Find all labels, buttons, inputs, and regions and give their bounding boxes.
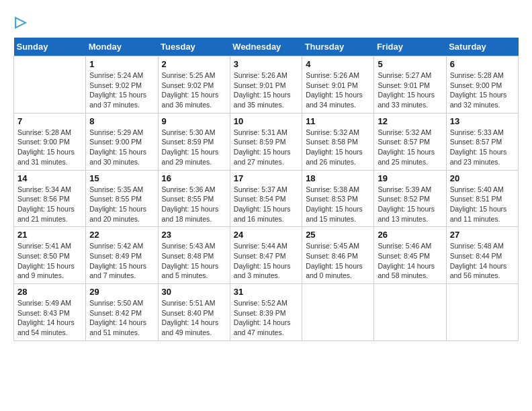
day-info: Sunrise: 5:40 AM Sunset: 8:51 PM Dayligh… [450,185,515,224]
day-number: 10 [234,116,298,126]
day-info: Sunrise: 5:32 AM Sunset: 8:57 PM Dayligh… [378,128,442,167]
calendar-table: SundayMondayTuesdayWednesdayThursdayFrid… [13,38,519,341]
calendar-cell [14,56,86,113]
day-info: Sunrise: 5:28 AM Sunset: 9:00 PM Dayligh… [450,71,515,110]
calendar-cell: 31Sunrise: 5:52 AM Sunset: 8:39 PM Dayli… [230,284,302,341]
weekday-header: Thursday [302,38,374,56]
day-info: Sunrise: 5:39 AM Sunset: 8:52 PM Dayligh… [378,185,442,224]
calendar-cell: 30Sunrise: 5:51 AM Sunset: 8:40 PM Dayli… [158,284,230,341]
calendar-week-row: 1Sunrise: 5:24 AM Sunset: 9:02 PM Daylig… [14,56,519,113]
day-number: 5 [378,59,442,69]
calendar-cell: 12Sunrise: 5:32 AM Sunset: 8:57 PM Dayli… [374,113,446,170]
calendar-cell: 26Sunrise: 5:46 AM Sunset: 8:45 PM Dayli… [374,227,446,284]
calendar-cell [446,284,518,341]
logo: ▷ [13,13,26,31]
day-number: 19 [378,173,442,183]
day-number: 24 [234,230,298,240]
header-row: SundayMondayTuesdayWednesdayThursdayFrid… [14,38,519,56]
logo-bird-icon: ▷ [15,13,26,31]
day-info: Sunrise: 5:35 AM Sunset: 8:55 PM Dayligh… [89,185,154,224]
day-info: Sunrise: 5:24 AM Sunset: 9:02 PM Dayligh… [89,71,154,110]
day-info: Sunrise: 5:26 AM Sunset: 9:01 PM Dayligh… [234,71,298,110]
day-info: Sunrise: 5:41 AM Sunset: 8:50 PM Dayligh… [17,241,82,281]
calendar-cell: 25Sunrise: 5:45 AM Sunset: 8:46 PM Dayli… [302,227,374,284]
day-number: 22 [89,230,154,240]
weekday-header: Tuesday [158,38,230,56]
day-number: 17 [234,173,298,183]
day-info: Sunrise: 5:38 AM Sunset: 8:53 PM Dayligh… [306,185,370,224]
weekday-header: Wednesday [230,38,302,56]
calendar-cell: 24Sunrise: 5:44 AM Sunset: 8:47 PM Dayli… [230,227,302,284]
calendar-cell [302,284,374,341]
day-number: 21 [17,230,82,240]
day-info: Sunrise: 5:31 AM Sunset: 8:59 PM Dayligh… [234,128,298,167]
calendar-cell [374,284,446,341]
calendar-cell: 14Sunrise: 5:34 AM Sunset: 8:56 PM Dayli… [14,170,86,227]
day-info: Sunrise: 5:48 AM Sunset: 8:44 PM Dayligh… [450,241,515,281]
weekday-header: Saturday [446,38,518,56]
calendar-cell: 20Sunrise: 5:40 AM Sunset: 8:51 PM Dayli… [446,170,518,227]
day-info: Sunrise: 5:50 AM Sunset: 8:42 PM Dayligh… [89,298,154,338]
day-number: 8 [89,116,154,126]
calendar-cell: 3Sunrise: 5:26 AM Sunset: 9:01 PM Daylig… [230,56,302,113]
day-number: 4 [306,59,370,69]
page-header: ▷ [13,13,519,31]
day-info: Sunrise: 5:51 AM Sunset: 8:40 PM Dayligh… [162,298,226,338]
day-info: Sunrise: 5:37 AM Sunset: 8:54 PM Dayligh… [234,185,298,224]
calendar-cell: 8Sunrise: 5:29 AM Sunset: 9:00 PM Daylig… [86,113,158,170]
calendar-cell: 18Sunrise: 5:38 AM Sunset: 8:53 PM Dayli… [302,170,374,227]
calendar-cell: 27Sunrise: 5:48 AM Sunset: 8:44 PM Dayli… [446,227,518,284]
day-number: 2 [162,59,226,69]
calendar-week-row: 21Sunrise: 5:41 AM Sunset: 8:50 PM Dayli… [14,227,519,284]
day-info: Sunrise: 5:44 AM Sunset: 8:47 PM Dayligh… [234,241,298,281]
day-number: 25 [306,230,370,240]
calendar-cell: 9Sunrise: 5:30 AM Sunset: 8:59 PM Daylig… [158,113,230,170]
day-info: Sunrise: 5:32 AM Sunset: 8:58 PM Dayligh… [306,128,370,167]
calendar-cell: 11Sunrise: 5:32 AM Sunset: 8:58 PM Dayli… [302,113,374,170]
day-number: 1 [89,59,154,69]
day-info: Sunrise: 5:30 AM Sunset: 8:59 PM Dayligh… [162,128,226,167]
day-info: Sunrise: 5:28 AM Sunset: 9:00 PM Dayligh… [17,128,82,167]
day-number: 27 [450,230,515,240]
day-number: 29 [89,287,154,297]
weekday-header: Sunday [14,38,86,56]
day-number: 26 [378,230,442,240]
day-info: Sunrise: 5:34 AM Sunset: 8:56 PM Dayligh… [17,185,82,224]
day-info: Sunrise: 5:26 AM Sunset: 9:01 PM Dayligh… [306,71,370,110]
day-info: Sunrise: 5:27 AM Sunset: 9:01 PM Dayligh… [378,71,442,110]
calendar-week-row: 7Sunrise: 5:28 AM Sunset: 9:00 PM Daylig… [14,113,519,170]
calendar-cell: 19Sunrise: 5:39 AM Sunset: 8:52 PM Dayli… [374,170,446,227]
day-number: 3 [234,59,298,69]
day-info: Sunrise: 5:36 AM Sunset: 8:55 PM Dayligh… [162,185,226,224]
day-number: 23 [162,230,226,240]
calendar-cell: 22Sunrise: 5:42 AM Sunset: 8:49 PM Dayli… [86,227,158,284]
day-number: 16 [162,173,226,183]
calendar-cell: 29Sunrise: 5:50 AM Sunset: 8:42 PM Dayli… [86,284,158,341]
day-number: 11 [306,116,370,126]
day-info: Sunrise: 5:46 AM Sunset: 8:45 PM Dayligh… [378,241,442,281]
day-info: Sunrise: 5:43 AM Sunset: 8:48 PM Dayligh… [162,241,226,281]
weekday-header: Monday [86,38,158,56]
calendar-cell: 23Sunrise: 5:43 AM Sunset: 8:48 PM Dayli… [158,227,230,284]
day-info: Sunrise: 5:49 AM Sunset: 8:43 PM Dayligh… [17,298,82,338]
calendar-cell: 1Sunrise: 5:24 AM Sunset: 9:02 PM Daylig… [86,56,158,113]
calendar-week-row: 14Sunrise: 5:34 AM Sunset: 8:56 PM Dayli… [14,170,519,227]
day-info: Sunrise: 5:45 AM Sunset: 8:46 PM Dayligh… [306,241,370,281]
day-number: 6 [450,59,515,69]
calendar-cell: 17Sunrise: 5:37 AM Sunset: 8:54 PM Dayli… [230,170,302,227]
day-number: 30 [162,287,226,297]
day-info: Sunrise: 5:25 AM Sunset: 9:02 PM Dayligh… [162,71,226,110]
day-number: 14 [17,173,82,183]
day-info: Sunrise: 5:52 AM Sunset: 8:39 PM Dayligh… [234,298,298,338]
calendar-cell: 15Sunrise: 5:35 AM Sunset: 8:55 PM Dayli… [86,170,158,227]
calendar-cell: 21Sunrise: 5:41 AM Sunset: 8:50 PM Dayli… [14,227,86,284]
day-number: 18 [306,173,370,183]
calendar-cell: 28Sunrise: 5:49 AM Sunset: 8:43 PM Dayli… [14,284,86,341]
day-number: 15 [89,173,154,183]
day-number: 20 [450,173,515,183]
day-info: Sunrise: 5:42 AM Sunset: 8:49 PM Dayligh… [89,241,154,281]
calendar-cell: 16Sunrise: 5:36 AM Sunset: 8:55 PM Dayli… [158,170,230,227]
day-info: Sunrise: 5:33 AM Sunset: 8:57 PM Dayligh… [450,128,515,167]
day-number: 7 [17,116,82,126]
day-number: 12 [378,116,442,126]
